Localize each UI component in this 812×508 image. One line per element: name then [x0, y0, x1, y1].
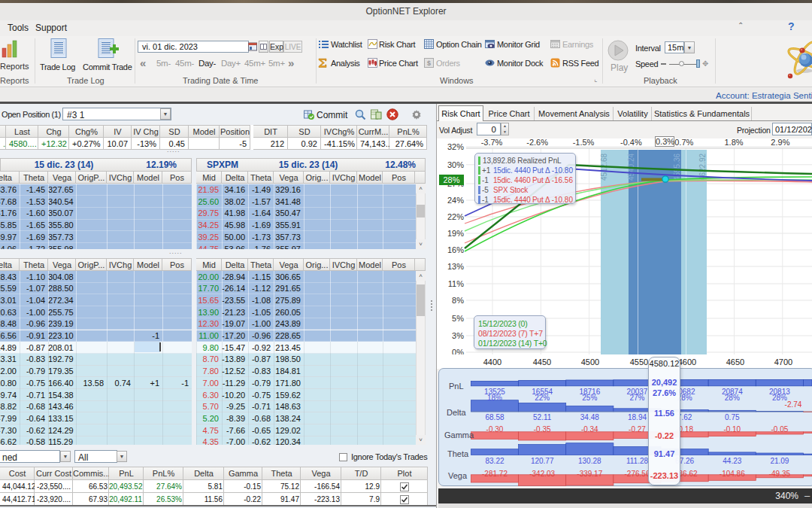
- svg-text:$: $: [427, 59, 431, 67]
